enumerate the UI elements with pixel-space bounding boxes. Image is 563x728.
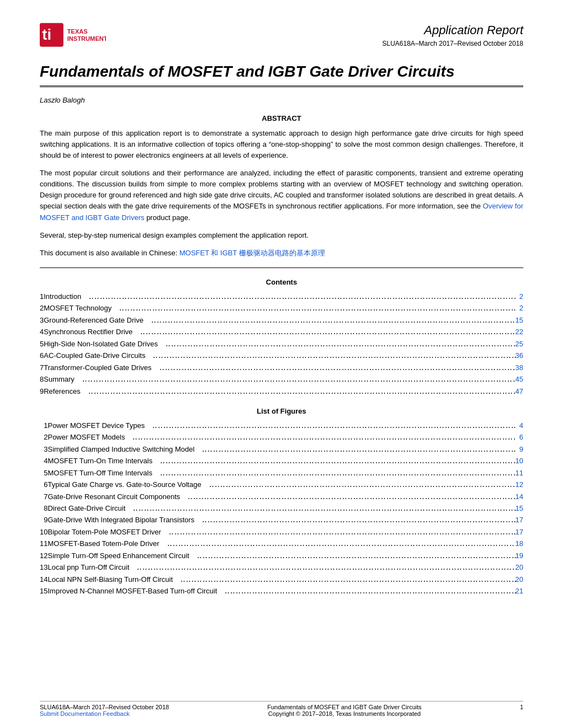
toc-item-title: MOSFET Technology ‥‥‥‥‥‥‥‥‥‥‥‥‥‥‥‥‥‥‥‥‥‥… [44, 302, 515, 314]
toc-item-num: 6 [40, 350, 44, 361]
toc-row: 4MOSFET Turn-On Time Intervals ‥‥‥‥‥‥‥‥‥… [40, 455, 523, 467]
toc-item-page[interactable]: 15 [516, 314, 523, 326]
toc-item-page[interactable]: 20 [516, 574, 523, 585]
footer-page-num: 1 [520, 704, 523, 710]
toc-item-page[interactable]: 2 [516, 291, 523, 302]
footer-left: SLUA618A–March 2017–Revised October 2018… [40, 704, 169, 717]
toc-item-page[interactable]: 17 [516, 514, 523, 526]
toc-item-num: 4 [40, 326, 44, 338]
toc-item-num: 8 [40, 373, 44, 385]
toc-row: 7Transformer-Coupled Gate Drives ‥‥‥‥‥‥‥… [40, 362, 523, 373]
toc-item-num: 12 [40, 550, 47, 561]
ti-logo: ti TEXAS INSTRUMENTS [40, 22, 106, 52]
toc-item-num: 11 [40, 538, 47, 549]
toc-item-page[interactable]: 47 [516, 386, 523, 397]
abstract-paragraph-2: The most popular circuit solutions and t… [40, 168, 523, 223]
toc-item-page[interactable]: 17 [516, 526, 523, 538]
toc-item-title: Bipolar Totem-Pole MOSFET Driver ‥‥‥‥‥‥‥… [47, 526, 515, 538]
toc-divider [40, 267, 523, 268]
abstract-heading: ABSTRACT [40, 114, 523, 122]
toc-item-num: 1 [40, 420, 47, 431]
toc-row: 12Simple Turn-Off Speed Enhancement Circ… [40, 550, 523, 561]
toc-item-num: 2 [40, 431, 47, 443]
toc-item-title: AC-Coupled Gate-Drive Circuits ‥‥‥‥‥‥‥‥‥… [44, 350, 515, 361]
toc-item-page[interactable]: 11 [516, 467, 523, 479]
toc-item-title: References ‥‥‥‥‥‥‥‥‥‥‥‥‥‥‥‥‥‥‥‥‥‥‥‥‥‥‥‥‥… [44, 386, 515, 397]
toc-row: 1Power MOSFET Device Types ‥‥‥‥‥‥‥‥‥‥‥‥‥… [40, 420, 523, 431]
toc-item-num: 9 [40, 386, 44, 397]
toc-item-num: 7 [40, 362, 44, 373]
toc-row: 9References ‥‥‥‥‥‥‥‥‥‥‥‥‥‥‥‥‥‥‥‥‥‥‥‥‥‥‥‥… [40, 386, 523, 397]
toc-row: 7Gate-Drive Resonant Circuit Components … [40, 491, 523, 502]
contents-heading: Contents [40, 278, 523, 286]
toc-item-page[interactable]: 9 [516, 443, 523, 455]
toc-item-num: 9 [40, 514, 47, 526]
toc-item-page[interactable]: 10 [516, 455, 523, 467]
toc-row: 5MOSFET Turn-Off Time Intervals ‥‥‥‥‥‥‥‥… [40, 467, 523, 479]
toc-row: 2MOSFET Technology ‥‥‥‥‥‥‥‥‥‥‥‥‥‥‥‥‥‥‥‥‥… [40, 302, 523, 314]
footer-center: Fundamentals of MOSFET and IGBT Gate Dri… [169, 704, 520, 717]
toc-row: 2Power MOSFET Models ‥‥‥‥‥‥‥‥‥‥‥‥‥‥‥‥‥‥‥… [40, 431, 523, 443]
footer-title: Fundamentals of MOSFET and IGBT Gate Dri… [174, 704, 514, 710]
page: ti TEXAS INSTRUMENTS Application Report … [0, 0, 563, 728]
footer-row: SLUA618A–March 2017–Revised October 2018… [40, 704, 523, 717]
abstract-p2-text: The most popular circuit solutions and t… [40, 169, 523, 210]
toc-row: 10Bipolar Totem-Pole MOSFET Driver ‥‥‥‥‥… [40, 526, 523, 538]
footer-copyright: Copyright © 2017–2018, Texas Instruments… [174, 710, 514, 717]
toc-item-page[interactable]: 20 [516, 561, 523, 573]
toc-item-title: Introduction ‥‥‥‥‥‥‥‥‥‥‥‥‥‥‥‥‥‥‥‥‥‥‥‥‥‥‥… [44, 291, 515, 302]
toc-item-num: 2 [40, 302, 44, 314]
toc-item-page[interactable]: 36 [516, 350, 523, 361]
toc-item-page[interactable]: 25 [516, 338, 523, 350]
toc-row: 13Local pnp Turn-Off Circuit ‥‥‥‥‥‥‥‥‥‥‥… [40, 561, 523, 573]
app-report-title: Application Report [383, 22, 524, 39]
svg-text:ti: ti [42, 26, 51, 43]
abstract-p2-end: product page. [146, 213, 190, 222]
toc-item-num: 4 [40, 455, 47, 467]
toc-item-num: 5 [40, 467, 47, 479]
author: Laszlo Balogh [40, 96, 523, 104]
toc-row: 1Introduction ‥‥‥‥‥‥‥‥‥‥‥‥‥‥‥‥‥‥‥‥‥‥‥‥‥‥… [40, 291, 523, 302]
toc-item-page[interactable]: 21 [516, 585, 523, 597]
app-report-subtitle: SLUA618A–March 2017–Revised October 2018 [383, 39, 524, 49]
toc-item-title: Local NPN Self-Biasing Turn-Off Circuit … [47, 574, 515, 585]
chinese-link[interactable]: MOSFET 和 IGBT 栅极驱动器电路的基本原理 [179, 249, 325, 257]
toc-item-page[interactable]: 45 [516, 373, 523, 385]
title-divider [40, 85, 523, 87]
figures-heading: List of Figures [40, 407, 523, 415]
toc-item-title: MOSFET Turn-On Time Intervals ‥‥‥‥‥‥‥‥‥‥… [47, 455, 515, 467]
toc-item-num: 5 [40, 338, 44, 350]
toc-row: 3Ground-Referenced Gate Drive ‥‥‥‥‥‥‥‥‥‥… [40, 314, 523, 326]
svg-text:INSTRUMENTS: INSTRUMENTS [67, 35, 106, 42]
toc-item-title: Gate-Drive With Integrated Bipolar Trans… [47, 514, 515, 526]
toc-item-title: Gate-Drive Resonant Circuit Components ‥… [47, 491, 515, 502]
toc-item-page[interactable]: 12 [516, 479, 523, 490]
submit-feedback-link[interactable]: Submit Documentation Feedback [40, 710, 169, 717]
toc-item-num: 6 [40, 479, 47, 490]
contents-table: 1Introduction ‥‥‥‥‥‥‥‥‥‥‥‥‥‥‥‥‥‥‥‥‥‥‥‥‥‥… [40, 291, 523, 397]
toc-item-page[interactable]: 22 [516, 326, 523, 338]
toc-item-page[interactable]: 14 [516, 491, 523, 502]
toc-item-page[interactable]: 18 [516, 538, 523, 549]
toc-item-page[interactable]: 38 [516, 362, 523, 373]
toc-item-num: 13 [40, 561, 47, 573]
toc-item-page[interactable]: 19 [516, 550, 523, 561]
toc-item-page[interactable]: 2 [516, 302, 523, 314]
toc-item-num: 3 [40, 314, 44, 326]
footer-divider [40, 701, 523, 702]
toc-item-num: 15 [40, 585, 47, 597]
toc-item-page[interactable]: 4 [516, 420, 523, 431]
toc-item-num: 10 [40, 526, 47, 538]
toc-item-title: Power MOSFET Models ‥‥‥‥‥‥‥‥‥‥‥‥‥‥‥‥‥‥‥‥… [47, 431, 515, 443]
toc-item-page[interactable]: 6 [516, 431, 523, 443]
toc-item-page[interactable]: 15 [516, 502, 523, 514]
toc-row: 3Simplified Clamped Inductive Switching … [40, 443, 523, 455]
main-title: Fundamentals of MOSFET and IGBT Gate Dri… [40, 62, 523, 81]
toc-row: 14Local NPN Self-Biasing Turn-Off Circui… [40, 574, 523, 585]
toc-item-title: Improved N-Channel MOSFET-Based Turn-off… [47, 585, 515, 597]
toc-item-title: MOSFET Turn-Off Time Intervals ‥‥‥‥‥‥‥‥‥… [47, 467, 515, 479]
contents-section: Contents 1Introduction ‥‥‥‥‥‥‥‥‥‥‥‥‥‥‥‥‥… [40, 278, 523, 397]
toc-item-num: 1 [40, 291, 44, 302]
toc-row: 5High-Side Non-Isolated Gate Drives ‥‥‥‥… [40, 338, 523, 350]
toc-row: 6Typical Gate Charge vs. Gate-to-Source … [40, 479, 523, 490]
